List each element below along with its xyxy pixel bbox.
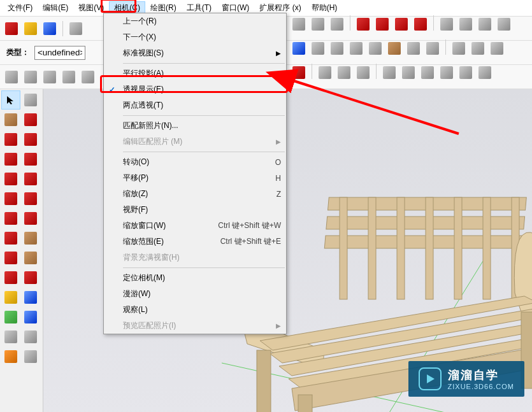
out4-btn[interactable]: [438, 64, 456, 82]
style7-btn[interactable]: [405, 39, 422, 57]
text-tool[interactable]: [21, 308, 40, 327]
separator: [433, 15, 434, 31]
menu-zoom[interactable]: 缩放(Z)Z: [104, 186, 286, 202]
menu-match-new-photo[interactable]: 匹配新照片(N)...: [104, 118, 286, 134]
menu-standard-views[interactable]: 标准视图(S)▶: [104, 45, 286, 61]
text-icon: [24, 311, 37, 323]
type-input[interactable]: [34, 46, 85, 60]
scale-tool[interactable]: [1, 268, 20, 287]
cam4-btn[interactable]: [495, 15, 513, 33]
toolbar-right-3: [290, 64, 494, 82]
cam3-btn[interactable]: [476, 15, 494, 33]
style4-btn[interactable]: [347, 39, 365, 57]
section-tool[interactable]: [1, 347, 20, 366]
cube-btn[interactable]: [22, 68, 40, 86]
menu-fov[interactable]: 视野(F): [104, 202, 286, 218]
pie-tool[interactable]: [21, 189, 40, 208]
out2-btn[interactable]: [399, 64, 417, 82]
walk-tool[interactable]: [21, 347, 40, 366]
pushpull-tool[interactable]: [21, 229, 40, 248]
followme-tool[interactable]: [21, 248, 40, 267]
play-icon: [419, 367, 442, 390]
line-tool[interactable]: [1, 130, 20, 149]
protractor-tool[interactable]: [1, 308, 20, 327]
out3-btn[interactable]: [419, 64, 436, 82]
shape3-btn[interactable]: [328, 15, 346, 33]
out1-btn[interactable]: [380, 64, 398, 82]
menu-pan[interactable]: 平移(P)H: [104, 170, 286, 186]
polygon-tool[interactable]: [1, 189, 20, 208]
red3-btn[interactable]: [392, 15, 410, 33]
menu-orbit[interactable]: 转动(O)O: [104, 154, 286, 170]
circle-tool[interactable]: [1, 169, 20, 188]
cam2-btn[interactable]: [457, 15, 475, 33]
menu-two-point[interactable]: 两点透视(T): [104, 97, 286, 113]
layer2-btn[interactable]: [469, 39, 487, 57]
dimension-icon: [24, 291, 37, 304]
bezier-tool[interactable]: [1, 209, 20, 228]
menu-parallel-projection[interactable]: 平行投影(A): [104, 66, 286, 82]
orbit-tool[interactable]: [21, 110, 40, 129]
save-file-btn[interactable]: [41, 20, 59, 38]
cam1-btn[interactable]: [438, 15, 456, 33]
red2-btn[interactable]: [373, 15, 391, 33]
menu-edit[interactable]: 编辑(E): [38, 1, 73, 15]
camera-icon: [459, 18, 472, 31]
move-icon: [4, 232, 17, 245]
menu-previous[interactable]: 上一个(R): [104, 13, 286, 29]
arc-tool[interactable]: [21, 150, 40, 169]
open-file-btn[interactable]: [22, 20, 40, 38]
axes-tool[interactable]: [1, 327, 20, 346]
gear-btn[interactable]: [79, 68, 97, 86]
menu-help[interactable]: 帮助(H): [306, 1, 343, 15]
menu-perspective[interactable]: ✓透视显示(E): [104, 82, 286, 97]
box-icon: [414, 18, 427, 31]
new-file-icon: [5, 22, 18, 35]
cube2-btn[interactable]: [41, 68, 59, 86]
tea3-btn[interactable]: [354, 64, 372, 82]
style3-btn[interactable]: [328, 39, 346, 57]
out6-btn[interactable]: [476, 64, 494, 82]
style1-btn[interactable]: [290, 39, 308, 57]
style-icon: [312, 42, 324, 55]
spring-btn[interactable]: [60, 68, 78, 86]
style8-btn[interactable]: [424, 39, 442, 57]
move-tool[interactable]: [1, 229, 20, 248]
select-tool[interactable]: [1, 90, 20, 110]
menu-walk[interactable]: 漫游(W): [104, 286, 286, 302]
style5-btn[interactable]: [366, 39, 384, 57]
freehand-tool[interactable]: [21, 130, 40, 149]
arc2-tool[interactable]: [21, 169, 40, 188]
layer3-btn[interactable]: [488, 39, 506, 57]
paint-tool[interactable]: [1, 110, 20, 129]
layer1-btn[interactable]: [450, 39, 468, 57]
menu-position-camera[interactable]: 定位相机(M): [104, 270, 286, 286]
menu-look-around[interactable]: 观察(L): [104, 302, 286, 318]
3dtext-tool[interactable]: [21, 327, 40, 346]
menu-file[interactable]: 文件(F): [3, 1, 38, 15]
style2-btn[interactable]: [309, 39, 327, 57]
tape-tool[interactable]: [1, 288, 20, 307]
shape2-btn[interactable]: [309, 15, 327, 33]
menu-zoom-window[interactable]: 缩放窗口(W)Ctrl 键+Shift 键+W: [104, 218, 286, 234]
tea1-btn[interactable]: [316, 64, 334, 82]
iso-view-btn[interactable]: [3, 68, 20, 86]
new-file-btn[interactable]: [3, 20, 20, 38]
offset-tool[interactable]: [21, 268, 40, 287]
tea2-btn[interactable]: [335, 64, 353, 82]
rectangle-tool[interactable]: [1, 150, 20, 169]
style6-btn[interactable]: [385, 39, 403, 57]
red1-btn[interactable]: [354, 15, 372, 33]
rotate-tool[interactable]: [1, 248, 20, 267]
bezier2-tool[interactable]: [21, 209, 40, 228]
cut-btn[interactable]: [67, 20, 85, 38]
red4-btn[interactable]: [412, 15, 429, 33]
shape1-btn[interactable]: [290, 15, 308, 33]
rndr1-btn[interactable]: [290, 64, 308, 82]
menu-next[interactable]: 下一个(X): [104, 29, 286, 45]
eraser-tool[interactable]: [21, 90, 40, 110]
output-icon: [383, 66, 396, 79]
menu-zoom-extents[interactable]: 缩放范围(E)Ctrl 键+Shift 键+E: [104, 234, 286, 250]
dimension-tool[interactable]: [21, 288, 40, 307]
out5-btn[interactable]: [457, 64, 475, 82]
